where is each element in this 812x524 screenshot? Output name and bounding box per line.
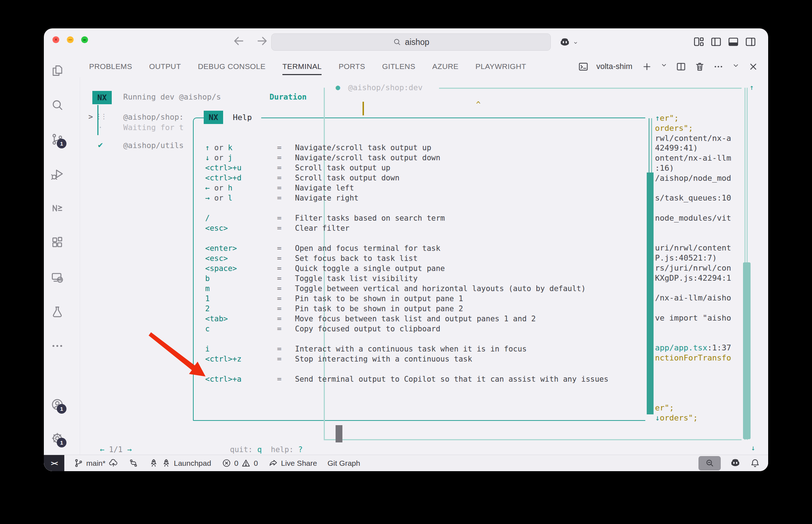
tab-problems[interactable]: PROBLEMS: [89, 56, 132, 77]
tab-playwright[interactable]: PLAYWRIGHT: [475, 56, 526, 77]
help-row: [205, 233, 608, 243]
output-line: app/app.tsx:1:37: [655, 343, 747, 353]
help-panel-legend: NX Help: [204, 110, 261, 124]
zoom-window-button[interactable]: ⬰: [81, 36, 88, 43]
activity-item-remote-icon[interactable]: [51, 271, 64, 284]
output-pane-title[interactable]: @aishop/shop:dev: [348, 83, 423, 92]
tab-azure[interactable]: AZURE: [432, 56, 458, 77]
toggle-panel-icon[interactable]: [727, 36, 739, 48]
annotation-arrow: [141, 323, 220, 388]
task-expand-arrow[interactable]: >: [88, 112, 93, 121]
help-row: <enter>=Open and focus terminal for task: [205, 243, 608, 253]
live-share-icon: [268, 458, 278, 468]
copilot-chevron-icon[interactable]: [573, 40, 578, 46]
help-row: <tab>=Move focus between task list and o…: [205, 314, 608, 324]
tab-gitlens[interactable]: GITLENS: [382, 56, 415, 77]
compare-item[interactable]: [129, 458, 138, 468]
history-forward-icon[interactable]: [255, 34, 269, 50]
nx-runner-badge: NX: [92, 91, 112, 104]
task-sub-status: Waiting for t: [123, 123, 184, 132]
tab-terminal[interactable]: TERMINAL: [282, 56, 322, 77]
output-text-column: ↑er";orders";rwl/content/nx-a42499:41)on…: [655, 113, 747, 423]
copilot-icon[interactable]: [559, 36, 571, 49]
output-pane-bullet: ●: [336, 83, 340, 92]
kill-terminal-button[interactable]: [694, 61, 705, 72]
more-actions-button[interactable]: [713, 61, 724, 72]
minimize-window-button[interactable]: —: [67, 36, 74, 43]
focus-block-cursor: [336, 425, 342, 442]
activity-item-search-icon[interactable]: [51, 98, 64, 112]
help-row: 2=Pin task to be shown in output pane 2: [205, 304, 608, 314]
terminal-cursor: [363, 102, 364, 115]
search-icon: [393, 38, 401, 46]
output-line: /aishop/node_mod: [655, 173, 747, 183]
help-scrollbar-thumb[interactable]: [647, 173, 654, 414]
scroll-up-arrow[interactable]: ↑: [749, 83, 754, 92]
panel-header: PROBLEMSOUTPUTDEBUG CONSOLETERMINALPORTS…: [44, 56, 768, 77]
git-graph-item[interactable]: Git Graph: [327, 459, 360, 468]
copilot-status-icon[interactable]: [729, 457, 741, 469]
activity-item-extensions-icon[interactable]: [51, 236, 64, 249]
tab-debug-console[interactable]: DEBUG CONSOLE: [198, 56, 266, 77]
output-line: uri/nrwl/content: [655, 243, 747, 253]
help-row: <ctrl>+u=Scroll task output up: [205, 163, 608, 173]
task-sub-dot: ·: [98, 123, 103, 132]
output-line: [655, 363, 747, 373]
output-line: [655, 383, 747, 393]
remote-indicator[interactable]: ><: [44, 455, 64, 471]
problems-item[interactable]: 0 0: [222, 458, 258, 468]
toggle-secondary-sidebar-icon[interactable]: [744, 36, 757, 48]
output-line: [655, 183, 747, 193]
rocket2-icon: [161, 458, 171, 468]
output-line: s/task_queues:10: [655, 193, 747, 203]
task-grip-icon[interactable]: ⋮⋮: [96, 112, 106, 120]
pager[interactable]: ← 1/1 →: [100, 445, 132, 454]
output-line: ↓orders";: [655, 413, 747, 423]
zoom-out-button[interactable]: [698, 456, 721, 470]
activity-item-more-icon[interactable]: [51, 339, 64, 353]
customize-layout-icon[interactable]: [693, 36, 705, 48]
panel-tabs: PROBLEMSOUTPUTDEBUG CONSOLETERMINALPORTS…: [89, 56, 526, 77]
launchpad-item[interactable]: Launchpad: [149, 458, 211, 468]
task-done-name[interactable]: @aishop/utils: [123, 141, 184, 150]
scroll-down-arrow[interactable]: ↓: [751, 443, 755, 452]
activity-item-debug-icon[interactable]: [51, 167, 64, 181]
terminal-launch-chevron-icon[interactable]: [660, 61, 668, 72]
activity-item-nx-icon[interactable]: [51, 201, 64, 215]
split-terminal-button[interactable]: [675, 61, 687, 72]
toggle-primary-sidebar-icon[interactable]: [710, 36, 722, 48]
activity-item-testing-icon[interactable]: [51, 305, 64, 318]
titlebar: ✕ — ⬰ aishop: [44, 28, 768, 56]
help-row: i=Interact with a continuous task when i…: [205, 344, 608, 354]
help-row: [205, 334, 608, 344]
task-name[interactable]: @aishop/shop:: [123, 112, 184, 121]
terminal-name[interactable]: volta-shim: [596, 62, 632, 71]
live-share-item[interactable]: Live Share: [268, 458, 317, 468]
nx-runner-title: Running dev @aishop/s: [123, 92, 221, 101]
new-terminal-button[interactable]: [641, 61, 652, 72]
activity-item-explorer-icon[interactable]: [51, 64, 64, 77]
rocket-icon: [149, 458, 158, 468]
output-line: KXgDP.js:42294:1: [655, 273, 747, 283]
tab-ports[interactable]: PORTS: [338, 56, 365, 77]
help-row: → or l=Navigate right: [205, 193, 608, 203]
panel-chevron-down-icon[interactable]: [732, 61, 740, 72]
notifications-bell-icon[interactable]: [750, 458, 760, 468]
help-row: m=Toggle between vertical and horizontal…: [205, 284, 608, 294]
tab-output[interactable]: OUTPUT: [149, 56, 181, 77]
status-bar: >< main* Launchpad 0 0: [44, 455, 768, 471]
nx-duration-header: Duration: [269, 92, 307, 101]
history-back-icon[interactable]: [231, 34, 246, 50]
sync-cloud-icon[interactable]: [109, 458, 118, 468]
help-row: 1=Pin task to be shown in output pane 1: [205, 294, 608, 304]
close-panel-button[interactable]: [748, 61, 759, 72]
output-line: [655, 373, 747, 383]
branch-item[interactable]: main*: [74, 458, 118, 468]
output-line: [655, 323, 747, 333]
task-done-check-icon: ✔: [97, 141, 103, 150]
close-window-button[interactable]: ✕: [52, 36, 59, 43]
command-center-search[interactable]: aishop: [271, 33, 551, 51]
output-line: :16): [655, 163, 747, 173]
help-row: ← or h=Navigate left: [205, 183, 608, 193]
nx-help-badge: NX: [204, 111, 223, 124]
